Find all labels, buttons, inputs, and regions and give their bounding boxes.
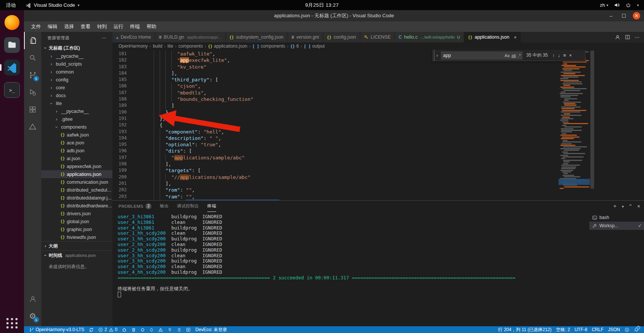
code-line[interactable]: 193"component": "hell", bbox=[112, 129, 554, 135]
code-line[interactable]: 202"rom": "", bbox=[112, 187, 554, 193]
code-line[interactable]: 199"targets": [ bbox=[112, 167, 554, 174]
input-method-indicator[interactable]: zh▾ bbox=[600, 2, 608, 8]
next-match-icon[interactable]: ↓ bbox=[556, 52, 562, 58]
status-burn[interactable] bbox=[147, 326, 156, 333]
breadcrumb-item[interactable]: [ ]output bbox=[304, 44, 325, 49]
timeline-section-header[interactable]: › 时间线 applications.json bbox=[41, 250, 112, 260]
tree-folder[interactable]: ›__pycache__ bbox=[41, 52, 112, 60]
breadcrumb[interactable]: OpenHarmony›build›lite›components›{}appl… bbox=[112, 42, 644, 50]
tree-folder[interactable]: ›build_scripts bbox=[41, 60, 112, 68]
previous-match-icon[interactable]: ↑ bbox=[551, 52, 556, 58]
menu-item[interactable]: 帮助 bbox=[143, 21, 160, 32]
tree-file[interactable]: {}graphic.json bbox=[41, 225, 112, 233]
tree-file[interactable]: {}adb.json bbox=[41, 147, 112, 154]
status-hdc[interactable] bbox=[156, 326, 165, 333]
dock-item-terminal[interactable]: >_ bbox=[3, 81, 21, 99]
tab-applications.json[interactable]: {}applications.json× bbox=[464, 32, 521, 42]
code-line[interactable]: 189] bbox=[112, 102, 554, 109]
status-problems[interactable]: 20 bbox=[96, 326, 120, 333]
split-editor-icon[interactable] bbox=[625, 34, 630, 40]
find-resize-sash[interactable] bbox=[434, 50, 435, 61]
terminal-dropdown-icon[interactable]: ▾ bbox=[622, 204, 624, 208]
activity-bar-settings[interactable]: ⚙1 bbox=[24, 308, 41, 325]
menu-item[interactable]: 运行 bbox=[110, 21, 127, 32]
status-clean[interactable] bbox=[129, 326, 138, 333]
tree-folder[interactable]: ›config bbox=[41, 76, 112, 84]
tab-hello.c[interactable]: Chello.c.../wifi-iot/app/helloU bbox=[395, 32, 464, 42]
tree-folder[interactable]: ›core bbox=[41, 84, 112, 92]
tree-folder[interactable]: ›.gitee bbox=[41, 115, 112, 123]
activity-bar-run-debug[interactable] bbox=[24, 84, 41, 101]
tab-subsystem-config.json[interactable]: {}subsystem_config.json bbox=[226, 32, 288, 42]
activity-bar-source-control[interactable]: 5 bbox=[24, 66, 41, 84]
tree-file[interactable]: {}applications.json bbox=[41, 170, 112, 178]
minimap[interactable] bbox=[559, 50, 590, 200]
status-feedback[interactable] bbox=[622, 326, 632, 333]
code-line[interactable]: 187"mbedtls", bbox=[112, 90, 554, 96]
scrollbar-thumb[interactable] bbox=[590, 51, 594, 189]
status-notifications[interactable] bbox=[632, 326, 641, 333]
menu-item[interactable]: 查看 bbox=[77, 21, 94, 32]
breadcrumb-item[interactable]: components bbox=[178, 44, 203, 49]
dock-item-firefox[interactable] bbox=[3, 14, 21, 31]
tab-build.gn[interactable]: ≡BUILD.gnapplications/app/... bbox=[155, 32, 226, 42]
volume-icon[interactable] bbox=[614, 2, 620, 8]
tree-file[interactable]: {}global.json bbox=[41, 218, 112, 225]
toggle-replace-icon[interactable]: › bbox=[436, 53, 441, 58]
menu-item[interactable]: 终端 bbox=[127, 21, 143, 32]
tree-folder[interactable]: ›docs bbox=[41, 92, 112, 99]
maximize-panel-icon[interactable]: ⌃ bbox=[628, 203, 633, 209]
activity-bar-explorer[interactable] bbox=[24, 32, 41, 49]
tree-file[interactable]: {}hiviewdfx.json bbox=[41, 233, 112, 241]
code-line[interactable]: 194"description": " ", bbox=[112, 135, 554, 141]
code-line[interactable]: 200"//applications/sample/abc" bbox=[112, 174, 554, 180]
outline-section-header[interactable]: › 大纲 bbox=[41, 241, 112, 250]
editor[interactable]: 181"aafwk_lite",182"appexecfwk_lite",183… bbox=[112, 50, 644, 200]
status-run-box[interactable] bbox=[184, 326, 193, 333]
terminal-output[interactable]: user_3_hi3861 buildprog IGNOREDuser_4_hi… bbox=[112, 212, 589, 326]
status-sync[interactable] bbox=[87, 326, 96, 333]
match-case-toggle[interactable]: Aa bbox=[505, 53, 509, 58]
close-find-icon[interactable]: × bbox=[568, 52, 574, 58]
close-button[interactable]: ✕ bbox=[633, 12, 640, 20]
find-input[interactable]: app Aa ab .* bbox=[441, 51, 523, 60]
code-line[interactable]: 198], bbox=[112, 161, 554, 167]
code-line[interactable]: 203"ram": "", bbox=[112, 194, 554, 200]
breadcrumb-item[interactable]: {}applications.json bbox=[208, 44, 247, 49]
find-in-selection-icon[interactable]: ≡ bbox=[562, 52, 568, 58]
activity-bar-search[interactable] bbox=[24, 49, 41, 66]
status-deveco-login[interactable]: DevEco: 未登录 bbox=[193, 326, 229, 333]
power-icon[interactable] bbox=[626, 3, 631, 8]
tree-file[interactable]: {}drivers.json bbox=[41, 210, 112, 218]
tree-file[interactable]: {}communication.json bbox=[41, 178, 112, 186]
minimize-button[interactable]: – bbox=[607, 12, 615, 20]
tree-file[interactable]: {}appexecfwk.json bbox=[41, 162, 112, 170]
tree-folder[interactable]: ›lite bbox=[41, 99, 112, 107]
tree-file[interactable]: {}ace.json bbox=[41, 139, 112, 147]
tab-license[interactable]: LICENSE bbox=[360, 32, 395, 42]
breadcrumb-item[interactable]: build bbox=[153, 44, 162, 49]
menu-item[interactable]: 转到 bbox=[94, 21, 110, 32]
panel-tab-输出[interactable]: 输出 bbox=[160, 201, 169, 212]
workspace-section-header[interactable]: › 无标题 (工作区) bbox=[41, 44, 112, 52]
code-line[interactable]: 190} bbox=[112, 109, 554, 116]
tree-file[interactable]: {}distributedhardware... bbox=[41, 202, 112, 210]
breadcrumb-item[interactable]: OpenHarmony bbox=[118, 44, 148, 49]
whole-word-toggle[interactable]: ab bbox=[511, 53, 516, 58]
activity-bar-extensions[interactable] bbox=[24, 101, 41, 118]
status-tasks[interactable] bbox=[174, 326, 184, 333]
more-actions-icon[interactable]: ⋯ bbox=[635, 34, 640, 40]
close-tab-icon[interactable]: × bbox=[514, 34, 517, 40]
more-actions-icon[interactable]: ⋯ bbox=[102, 35, 106, 40]
dock-item-vscode[interactable] bbox=[3, 59, 21, 76]
show-applications-button[interactable] bbox=[6, 318, 18, 328]
panel-tab-终端[interactable]: 终端 bbox=[207, 201, 216, 212]
status-bulb[interactable] bbox=[165, 326, 174, 333]
menu-item[interactable]: 选择 bbox=[61, 21, 77, 32]
window-titlebar[interactable]: applications.json - 无标题 (工作区) - Visual S… bbox=[24, 10, 644, 21]
tree-folder[interactable]: ›components bbox=[41, 123, 112, 131]
tab-deveco-home[interactable]: ▲DevEco Home bbox=[112, 32, 155, 42]
menu-item[interactable]: 编辑 bbox=[44, 21, 61, 32]
tab-config.json[interactable]: {}config.json bbox=[323, 32, 360, 42]
breadcrumb-item[interactable]: lite bbox=[168, 44, 173, 49]
